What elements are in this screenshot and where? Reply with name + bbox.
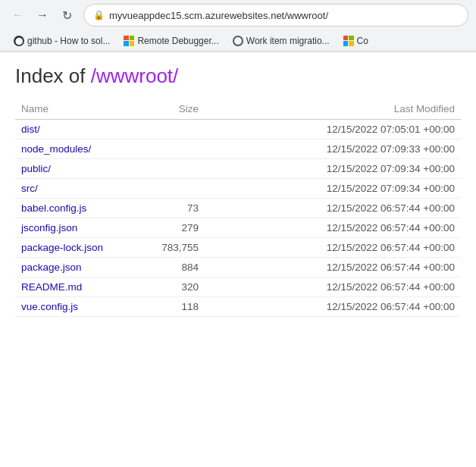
col-header-name: Name	[15, 100, 144, 120]
address-bar[interactable]: 🔒 myvueappdec15.scm.azurewebsites.net/ww…	[83, 4, 468, 27]
bookmark-work-item[interactable]: Work item migratio...	[227, 34, 336, 48]
table-row: package-lock.json783,75512/15/2022 06:57…	[15, 238, 461, 258]
table-row: package.json88412/15/2022 06:57:44 +00:0…	[15, 258, 461, 277]
file-size-cell: 884	[144, 258, 205, 277]
file-modified-cell: 12/15/2022 06:57:44 +00:00	[205, 218, 461, 238]
file-link[interactable]: package.json	[21, 262, 82, 273]
file-size-cell	[144, 179, 205, 199]
file-size-cell	[144, 159, 205, 179]
file-size-cell: 73	[144, 199, 205, 218]
file-modified-cell: 12/15/2022 07:09:34 +00:00	[205, 179, 461, 199]
file-name-cell[interactable]: jsconfig.json	[15, 218, 144, 238]
table-header-row: Name Size Last Modified	[15, 100, 461, 120]
back-button[interactable]: ←	[8, 5, 29, 26]
col-header-size: Size	[144, 100, 205, 120]
directory-table: Name Size Last Modified dist/12/15/2022 …	[15, 100, 461, 317]
browser-toolbar: ← → ↻ 🔒 myvueappdec15.scm.azurewebsites.…	[0, 0, 476, 30]
file-modified-cell: 12/15/2022 06:57:44 +00:00	[205, 199, 461, 218]
file-link[interactable]: public/	[21, 163, 51, 174]
bookmark-github-label: github - How to sol...	[27, 36, 110, 46]
page-title-prefix: Index of	[15, 64, 91, 87]
file-modified-cell: 12/15/2022 06:57:44 +00:00	[205, 297, 461, 317]
file-size-cell: 320	[144, 277, 205, 297]
file-size-cell: 783,755	[144, 238, 205, 258]
file-link[interactable]: README.md	[21, 281, 82, 293]
file-size-cell	[144, 120, 205, 139]
bookmark-remote-debugger-label: Remote Debugger...	[137, 36, 218, 46]
file-modified-cell: 12/15/2022 07:05:01 +00:00	[205, 120, 461, 139]
file-name-cell[interactable]: src/	[15, 179, 144, 199]
file-link[interactable]: dist/	[21, 124, 40, 135]
file-link[interactable]: package-lock.json	[21, 242, 103, 253]
file-link[interactable]: vue.config.js	[21, 301, 78, 312]
file-link[interactable]: src/	[21, 183, 38, 194]
file-name-cell[interactable]: package.json	[15, 258, 144, 277]
forward-button[interactable]: →	[32, 5, 53, 26]
file-modified-cell: 12/15/2022 07:09:33 +00:00	[205, 139, 461, 159]
bookmark-extra-label: Co	[357, 36, 368, 46]
file-link[interactable]: node_modules/	[21, 143, 91, 155]
file-name-cell[interactable]: babel.config.js	[15, 199, 144, 218]
globe-favicon	[233, 36, 243, 46]
table-row: README.md32012/15/2022 06:57:44 +00:00	[15, 277, 461, 297]
page-content: Index of /wwwroot/ Name Size Last Modifi…	[0, 52, 476, 329]
bookmark-github[interactable]: ⬤ github - How to sol...	[8, 34, 116, 48]
file-size-cell: 279	[144, 218, 205, 238]
bookmark-extra[interactable]: Co	[337, 34, 374, 48]
bookmark-work-item-label: Work item migratio...	[246, 36, 330, 46]
bookmark-remote-debugger[interactable]: Remote Debugger...	[117, 34, 224, 48]
file-name-cell[interactable]: package-lock.json	[15, 238, 144, 258]
file-modified-cell: 12/15/2022 06:57:44 +00:00	[205, 277, 461, 297]
page-title-path: /wwwroot/	[91, 64, 179, 87]
browser-chrome: ← → ↻ 🔒 myvueappdec15.scm.azurewebsites.…	[0, 0, 476, 52]
file-name-cell[interactable]: vue.config.js	[15, 297, 144, 317]
file-modified-cell: 12/15/2022 07:09:34 +00:00	[205, 159, 461, 179]
col-header-modified: Last Modified	[205, 100, 461, 120]
table-row: vue.config.js11812/15/2022 06:57:44 +00:…	[15, 297, 461, 317]
reload-button[interactable]: ↻	[56, 5, 77, 26]
table-row: node_modules/12/15/2022 07:09:33 +00:00	[15, 139, 461, 159]
table-row: public/12/15/2022 07:09:34 +00:00	[15, 159, 461, 179]
github-favicon: ⬤	[14, 36, 24, 46]
file-size-cell: 118	[144, 297, 205, 317]
url-text: myvueappdec15.scm.azurewebsites.net/wwwr…	[109, 10, 459, 21]
file-link[interactable]: jsconfig.json	[21, 222, 77, 234]
file-name-cell[interactable]: node_modules/	[15, 139, 144, 159]
file-name-cell[interactable]: public/	[15, 159, 144, 179]
file-size-cell	[144, 139, 205, 159]
table-row: dist/12/15/2022 07:05:01 +00:00	[15, 120, 461, 139]
file-link[interactable]: babel.config.js	[21, 202, 86, 214]
file-modified-cell: 12/15/2022 06:57:44 +00:00	[205, 238, 461, 258]
lock-icon: 🔒	[93, 10, 105, 20]
file-name-cell[interactable]: dist/	[15, 120, 144, 139]
ms-favicon-1	[124, 36, 134, 46]
file-modified-cell: 12/15/2022 06:57:44 +00:00	[205, 258, 461, 277]
table-row: src/12/15/2022 07:09:34 +00:00	[15, 179, 461, 199]
page-title: Index of /wwwroot/	[15, 64, 461, 88]
table-row: babel.config.js7312/15/2022 06:57:44 +00…	[15, 199, 461, 218]
file-name-cell[interactable]: README.md	[15, 277, 144, 297]
ms-favicon-2	[343, 36, 354, 46]
table-row: jsconfig.json27912/15/2022 06:57:44 +00:…	[15, 218, 461, 238]
bookmarks-bar: ⬤ github - How to sol... Remote Debugger…	[0, 30, 476, 52]
nav-buttons: ← → ↻	[8, 5, 77, 26]
